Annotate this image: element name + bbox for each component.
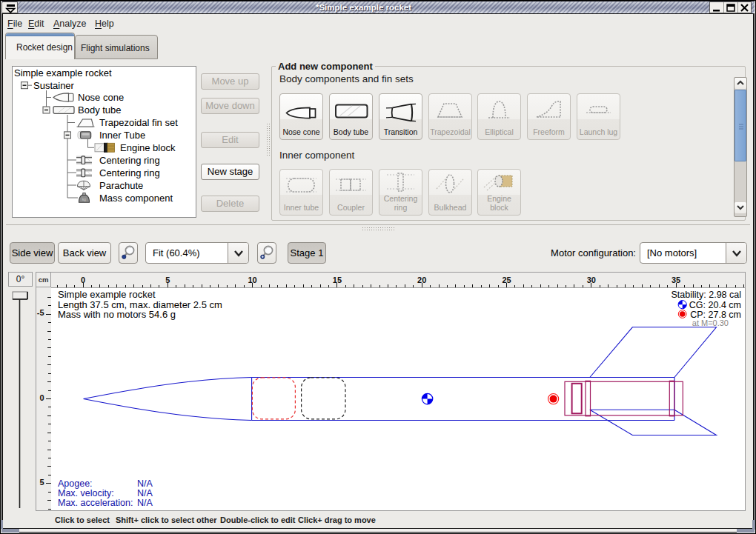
svg-text:5: 5 bbox=[165, 276, 170, 284]
svg-text:0: 0 bbox=[39, 393, 44, 402]
svg-text:15: 15 bbox=[333, 276, 342, 284]
svg-text:25: 25 bbox=[502, 276, 511, 284]
svg-text:10: 10 bbox=[248, 276, 256, 284]
svg-text:20: 20 bbox=[417, 276, 426, 284]
svg-text:5: 5 bbox=[39, 478, 44, 487]
svg-text:kg: kg bbox=[82, 198, 86, 201]
svg-text:35: 35 bbox=[672, 276, 680, 284]
svg-text:30: 30 bbox=[587, 276, 596, 284]
svg-text:0: 0 bbox=[81, 276, 85, 284]
